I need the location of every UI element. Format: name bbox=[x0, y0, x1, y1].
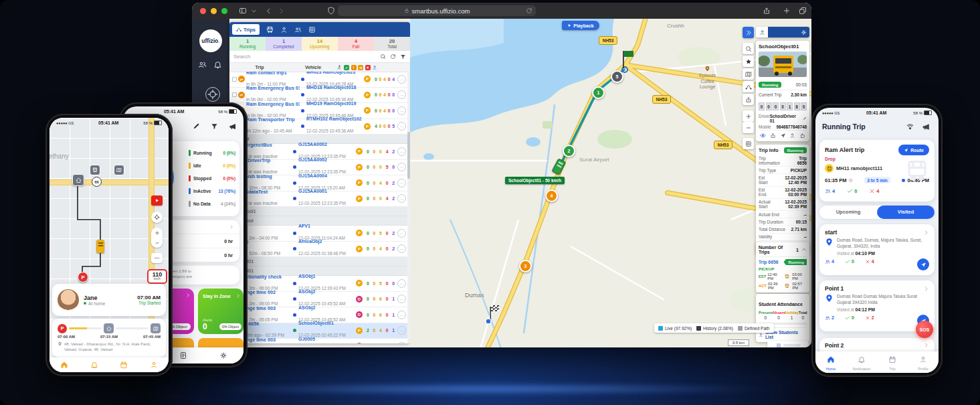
row-menu-icon[interactable]: ⋯ bbox=[397, 106, 406, 115]
nav-item[interactable]: Profile bbox=[908, 354, 939, 371]
map-favorites-button[interactable] bbox=[743, 56, 754, 67]
trip-row[interactable]: ⇄ GPS in 3h 52m - 06:50 PM AfricaObj2 12… bbox=[229, 242, 410, 258]
tab-visited[interactable]: Visited bbox=[877, 206, 935, 219]
share-icon[interactable] bbox=[763, 7, 771, 15]
stop-marker-5[interactable]: 5 bbox=[611, 70, 623, 83]
view-icon[interactable] bbox=[760, 133, 766, 139]
minus-icon[interactable] bbox=[155, 240, 160, 246]
filter-icon[interactable] bbox=[211, 123, 218, 130]
trip-name-link[interactable]: Ram contact trip1 bbox=[246, 72, 300, 76]
vehicle-name-link[interactable]: GJ15AA0002 bbox=[298, 142, 356, 148]
vehicle-name-link[interactable]: ASObj2 bbox=[298, 289, 356, 295]
row-menu-icon[interactable]: ⋯ bbox=[397, 295, 406, 303]
live-video-button[interactable] bbox=[151, 195, 163, 206]
sidebar-toggle-icon[interactable] bbox=[239, 7, 247, 15]
stop-card[interactable]: start Dumas Road, Dumas, Majura Taluka, … bbox=[819, 224, 935, 275]
chevron-right-icon[interactable] bbox=[229, 224, 234, 230]
stop-marker-4[interactable]: 4 bbox=[545, 189, 558, 202]
legend-row[interactable]: Idle 0 (0%) bbox=[189, 159, 235, 172]
vehicle-name-link[interactable]: GJ15AA0004 bbox=[298, 173, 356, 179]
panel-user-button[interactable] bbox=[756, 27, 768, 37]
share-icon[interactable] bbox=[770, 133, 776, 139]
chevron-right-icon[interactable] bbox=[923, 230, 929, 236]
home-tab-icon[interactable] bbox=[60, 361, 68, 369]
vehicle-name-link[interactable]: ASObj1 bbox=[298, 274, 356, 280]
map-type-button[interactable] bbox=[743, 68, 754, 80]
settings-tab-icon[interactable] bbox=[219, 351, 227, 359]
running-trip-card[interactable]: Ram Alert trip Route Drop MH11 ramobject… bbox=[819, 140, 935, 201]
status-stat[interactable]: 14 Upcoming bbox=[302, 37, 338, 51]
row-menu-icon[interactable]: ⋯ bbox=[397, 244, 406, 253]
forward-icon[interactable] bbox=[278, 7, 285, 15]
bus-stop-marker[interactable] bbox=[90, 165, 100, 175]
map-share-button[interactable] bbox=[743, 94, 754, 105]
profile-tab-icon[interactable] bbox=[150, 361, 158, 369]
column-walk-icon[interactable] bbox=[336, 65, 342, 70]
column-absent-icon[interactable]: ✕ bbox=[365, 65, 371, 70]
status-stat[interactable]: 20 Total bbox=[374, 37, 410, 51]
notifications-tab-icon[interactable] bbox=[90, 361, 98, 369]
edit-icon[interactable] bbox=[193, 123, 200, 130]
zoom-controls[interactable] bbox=[151, 228, 163, 248]
collapse-panel-button[interactable] bbox=[743, 27, 754, 38]
refresh-icon[interactable] bbox=[390, 54, 396, 60]
like-icon[interactable] bbox=[799, 133, 805, 139]
map-bottom-toolbar[interactable] bbox=[767, 341, 809, 347]
announcement-icon[interactable] bbox=[229, 123, 237, 131]
trip-row[interactable]: ⇄ Ram Transporter Trip 4h 12m ago - 10:4… bbox=[229, 119, 410, 135]
vehicle-name-link[interactable]: ASObj2 bbox=[298, 305, 356, 311]
column-vehicle[interactable]: Vehicle bbox=[290, 65, 336, 70]
legend-item[interactable]: Defined Path bbox=[738, 326, 770, 331]
back-icon[interactable] bbox=[265, 7, 272, 15]
vehicle-title[interactable]: SchoolObject01 bbox=[759, 44, 807, 50]
legend-item[interactable]: History (2.08%) bbox=[696, 326, 733, 331]
vehicle-name-link[interactable]: GJ0005 bbox=[298, 337, 356, 343]
navigate-icon[interactable] bbox=[780, 133, 786, 139]
legend-row[interactable]: Stopped 0 (0%) bbox=[189, 172, 235, 185]
parking-marker[interactable]: P bbox=[78, 272, 88, 282]
vehicle-name-link[interactable]: AFV1 bbox=[298, 224, 356, 230]
trip-name-link[interactable]: Ram Emergency Bus 03 bbox=[246, 101, 300, 107]
poi-episode-coffee-lounge[interactable]: EpisodeCoffeeLounge bbox=[699, 66, 716, 90]
column-present-icon[interactable]: ✓ bbox=[344, 65, 349, 70]
legend-item[interactable]: Live (97.92%) bbox=[658, 326, 692, 331]
legend-row[interactable]: No Data 4 (24%) bbox=[189, 197, 235, 210]
vehicle-name-link[interactable]: SchoolObject01 bbox=[298, 321, 356, 327]
row-menu-icon[interactable]: ⋯ bbox=[397, 90, 406, 99]
row-menu-icon[interactable]: ⋯ bbox=[397, 122, 406, 131]
vehicle-name-link[interactable]: MHD18 RamObject018 bbox=[306, 85, 364, 91]
chevron-right-icon[interactable] bbox=[923, 286, 929, 292]
column-students-icon[interactable] bbox=[372, 65, 377, 70]
users-icon[interactable] bbox=[198, 60, 207, 69]
nav-item[interactable]: Trip bbox=[877, 354, 908, 371]
zoom-out-button[interactable] bbox=[743, 122, 754, 133]
edit-driver-icon[interactable] bbox=[803, 116, 807, 120]
rfid-icon[interactable] bbox=[906, 123, 914, 131]
tab-drivers-icon[interactable] bbox=[280, 26, 288, 33]
uffizio-logo[interactable]: uffizio. bbox=[199, 29, 222, 52]
vehicle-name-link[interactable]: MH023 RamObject023 bbox=[306, 72, 364, 76]
bus-marker[interactable] bbox=[96, 240, 104, 253]
tab-students-icon[interactable] bbox=[294, 26, 302, 33]
address-bar[interactable]: smartbus.uffizio.com bbox=[338, 5, 536, 16]
playback-button[interactable]: Playback bbox=[562, 21, 599, 30]
driver-name[interactable]: SchoolDriver 01 bbox=[770, 114, 801, 123]
trip-row[interactable]: ⇄ GPSdataTest Vehicle was inactive GJ15A… bbox=[229, 191, 410, 208]
row-checkbox[interactable] bbox=[232, 77, 237, 82]
filter-icon[interactable] bbox=[400, 54, 406, 60]
row-menu-icon[interactable]: ⋯ bbox=[397, 163, 406, 171]
vehicle-name-link[interactable]: AfricaObj2 bbox=[298, 239, 356, 245]
trip-name-link[interactable]: Ram Emergency Bus 01 bbox=[246, 85, 300, 91]
tab-grid-icon[interactable] bbox=[308, 26, 316, 33]
row-menu-icon[interactable]: ⋯ bbox=[397, 179, 406, 187]
column-pending-icon[interactable]: ! bbox=[351, 65, 357, 70]
route-button[interactable]: Route bbox=[898, 145, 929, 155]
stop-marker-1[interactable]: 1 bbox=[592, 86, 605, 99]
trips-tab-icon[interactable] bbox=[120, 361, 128, 369]
column-transfer-icon[interactable]: ➔ bbox=[358, 65, 363, 70]
map-route-button[interactable] bbox=[743, 81, 754, 92]
tab-upcoming[interactable]: Upcoming bbox=[819, 206, 877, 219]
map-fullscreen-button[interactable] bbox=[743, 138, 754, 149]
nav-item[interactable]: Notification bbox=[846, 354, 877, 371]
row-menu-icon[interactable]: ⋯ bbox=[397, 311, 406, 319]
